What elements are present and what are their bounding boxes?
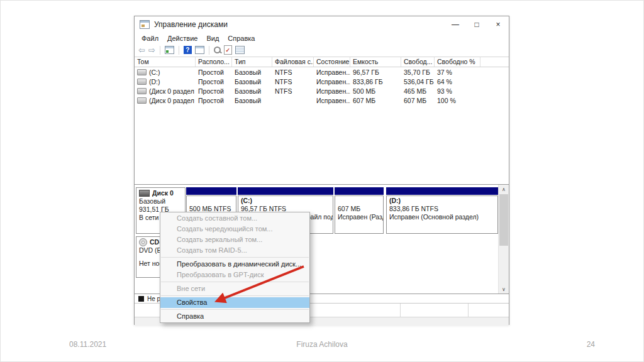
minimize-button[interactable]: — <box>445 16 466 33</box>
menu-separator <box>161 309 309 310</box>
disk0-title: Диск 0 <box>152 189 174 197</box>
partition-name <box>338 197 380 205</box>
status-divider <box>400 304 401 317</box>
partition-size: 607 МБ <box>338 205 380 213</box>
presentation-slide: Управление дисками — □ × Файл Действие В… <box>0 0 644 362</box>
menu-file[interactable]: Файл <box>137 34 163 43</box>
title-bar[interactable]: Управление дисками — □ × <box>135 16 509 33</box>
cell-fs: NTFS <box>272 87 314 95</box>
cell-capacity: 96,57 ГБ <box>350 69 401 76</box>
show-window-icon[interactable] <box>195 46 204 54</box>
forward-icon[interactable]: ⇨ <box>148 46 155 54</box>
scroll-down-icon[interactable]: ∨ <box>499 285 509 293</box>
tools-icon[interactable] <box>214 47 221 53</box>
toolbar-separator <box>209 46 209 55</box>
show-console-tree-icon[interactable] <box>165 46 174 54</box>
vertical-scrollbar[interactable]: ∧ ∨ <box>498 185 509 293</box>
volume-icon <box>137 69 147 75</box>
menu-help[interactable]: Справка <box>223 34 259 43</box>
cell-type: Базовый <box>232 87 272 95</box>
cell-free-pct: 100 % <box>435 97 480 104</box>
cell-free-pct: 93 % <box>435 87 480 95</box>
help-icon[interactable]: ? <box>184 46 192 54</box>
menu-item-convert-to-gpt-disk[interactable]: Преобразовать в GPT-диск <box>160 270 309 280</box>
back-icon[interactable]: ⇦ <box>138 46 145 54</box>
cell-free: 607 МБ <box>401 97 435 104</box>
table-row[interactable]: (C:) Простой Базовый NTFS Исправен... 96… <box>135 68 509 77</box>
cell-layout: Простой <box>196 87 232 95</box>
partition-name: (D:) <box>389 197 495 205</box>
disk-management-app-icon <box>140 20 150 29</box>
table-row[interactable]: (D:) Простой Базовый NTFS Исправен... 83… <box>135 77 509 86</box>
volume-list-header: Том Располо... Тип Файловая с... Состоян… <box>135 57 509 67</box>
cell-capacity: 833,86 ГБ <box>350 78 401 85</box>
menu-view[interactable]: Вид <box>202 34 223 43</box>
volume-name: (D:) <box>149 78 160 85</box>
column-status[interactable]: Состояние <box>314 57 350 67</box>
menu-item-convert-to-dynamic-disk[interactable]: Преобразовать в динамический диск... <box>160 259 309 270</box>
cell-free-pct: 37 % <box>435 69 480 76</box>
cell-free-pct: 64 % <box>435 78 480 85</box>
column-volume[interactable]: Том <box>135 57 196 67</box>
properties-icon[interactable] <box>235 46 245 54</box>
close-button[interactable]: × <box>487 16 509 33</box>
cell-type: Базовый <box>232 69 272 76</box>
toolbar: ⇦ ⇨ ? ✓ <box>135 43 509 57</box>
menu-item-properties[interactable]: Свойства <box>160 297 309 308</box>
partition-color-bar <box>238 187 333 195</box>
menu-separator <box>161 295 309 296</box>
cell-free: 465 МБ <box>401 87 435 95</box>
partition-color-bar <box>386 187 498 195</box>
column-free[interactable]: Свобод... <box>401 57 435 67</box>
scrollbar-thumb[interactable] <box>499 194 508 246</box>
menu-item-help[interactable]: Справка <box>160 311 309 322</box>
partition-recovery[interactable]: 607 МБ Исправен (Разде <box>335 187 384 234</box>
menu-separator <box>161 282 309 282</box>
column-filesystem[interactable]: Файловая с... <box>272 57 314 67</box>
menu-action[interactable]: Действие <box>163 34 202 43</box>
menu-item-create-mirrored-volume[interactable]: Создать зеркальный том... <box>160 234 309 245</box>
column-capacity[interactable]: Емкость <box>350 57 401 67</box>
cell-type: Базовый <box>232 78 272 85</box>
volume-icon <box>137 88 147 94</box>
status-divider <box>468 304 469 317</box>
cd-icon <box>139 238 147 246</box>
menu-item-create-spanned-volume[interactable]: Создать составной том... <box>160 213 309 224</box>
column-layout[interactable]: Располо... <box>196 57 232 67</box>
cell-fs: NTFS <box>272 69 314 76</box>
volume-icon <box>137 97 147 104</box>
table-row[interactable]: (Диск 0 раздел 3) Простой Базовый Исправ… <box>135 96 509 105</box>
cell-capacity: 607 МБ <box>350 97 401 104</box>
cell-free: 536,04 ГБ <box>401 78 435 85</box>
unallocated-color-swatch <box>138 296 144 302</box>
cell-status: Исправен... <box>314 87 350 95</box>
toolbar-separator <box>160 46 160 55</box>
partition-name <box>189 197 233 205</box>
menu-item-create-raid5-volume[interactable]: Создать том RAID-5... <box>160 245 309 256</box>
slide-author: Firuza Achilova <box>0 340 644 349</box>
menu-separator <box>161 257 309 258</box>
table-row[interactable]: (Диск 0 раздел 1) Простой Базовый NTFS И… <box>135 87 509 96</box>
check-document-icon[interactable]: ✓ <box>224 45 232 55</box>
disk-icon <box>139 190 150 197</box>
cell-status: Исправен... <box>314 97 350 104</box>
column-type[interactable]: Тип <box>232 57 272 67</box>
volume-icon <box>137 79 147 85</box>
maximize-button[interactable]: □ <box>466 16 487 33</box>
scroll-up-icon[interactable]: ∧ <box>499 185 509 194</box>
partition-status: Исправен (Основной раздел) <box>389 213 495 221</box>
disk-context-menu: Создать составной том... Создать чередую… <box>160 212 310 323</box>
menu-bar: Файл Действие Вид Справка <box>135 33 509 43</box>
menu-item-offline[interactable]: Вне сети <box>160 283 309 294</box>
slide-page-number: 24 <box>587 340 595 349</box>
partition-d[interactable]: (D:) 833,86 ГБ NTFS Исправен (Основной р… <box>386 187 498 234</box>
column-free-pct[interactable]: Свободно % <box>435 57 480 67</box>
partition-status: Исправен (Разде <box>338 213 380 221</box>
volume-list: Том Располо... Тип Файловая с... Состоян… <box>135 57 509 184</box>
cell-capacity: 500 МБ <box>350 87 401 95</box>
menu-item-create-striped-volume[interactable]: Создать чередующийся том... <box>160 224 309 234</box>
cell-layout: Простой <box>196 69 232 76</box>
volume-name: (C:) <box>149 69 160 76</box>
volume-name: (Диск 0 раздел 1) <box>149 87 196 95</box>
cell-status: Исправен... <box>314 78 350 85</box>
